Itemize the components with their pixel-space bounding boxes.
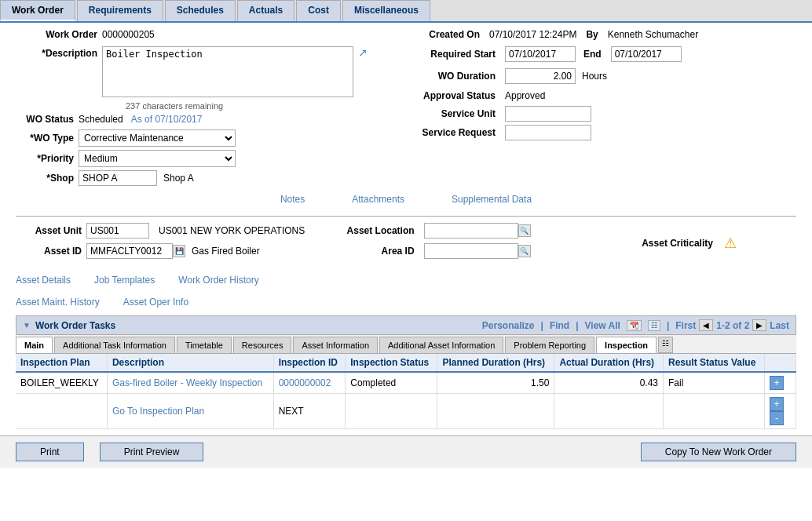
asset-oper-info-link[interactable]: Asset Oper Info [123, 297, 188, 308]
next-cell: NEXT [273, 394, 346, 429]
asset-location-search-icon[interactable]: 🔍 [518, 224, 531, 237]
asset-id-icon[interactable]: 💾 [173, 245, 185, 257]
section-toggle-icon[interactable]: ▼ [23, 321, 31, 330]
tab-requirements[interactable]: Requirements [77, 0, 163, 21]
shop-input[interactable] [79, 170, 157, 186]
result-status-cell2 [664, 394, 765, 429]
next-page-btn[interactable]: ▶ [752, 319, 766, 331]
supplemental-data-link[interactable]: Supplemental Data [452, 194, 532, 205]
task-tab-additional-task[interactable]: Additional Task Information [54, 337, 175, 353]
status-cell: Completed [346, 372, 437, 394]
planned-duration-cell2 [437, 394, 554, 429]
job-templates-link[interactable]: Job Templates [94, 275, 155, 286]
hours-label: Hours [582, 71, 607, 82]
go-to-inspection-link[interactable]: Go To Inspection Plan [112, 406, 204, 417]
col-inspection-id: Inspection ID [273, 354, 346, 372]
task-tabs: Main Additional Task Information Timetab… [16, 335, 796, 354]
asset-criticality-label: Asset Criticality [642, 238, 718, 249]
wo-type-select[interactable]: Corrective Maintenance [79, 129, 236, 147]
task-tab-main[interactable]: Main [16, 337, 53, 353]
required-start-input[interactable] [505, 46, 576, 62]
tasks-section-title: Work Order Tasks [35, 320, 115, 331]
attachments-link[interactable]: Attachments [352, 194, 404, 205]
separator1: | [541, 320, 543, 331]
by-value: Kenneth Schumacher [608, 29, 698, 40]
col-planned-duration: Planned Duration (Hrs) [437, 354, 554, 372]
personalize-link[interactable]: Personalize [482, 320, 535, 331]
prev-page-btn[interactable]: ◀ [699, 319, 713, 331]
print-preview-button[interactable]: Print Preview [100, 443, 204, 461]
wo-duration-label: WO Duration [406, 71, 500, 82]
tab-bar: Work Order Requirements Schedules Actual… [0, 0, 812, 23]
col-status: Inspection Status [346, 354, 437, 372]
col-description: Description [107, 354, 273, 372]
inspection-plan-cell: BOILER_WEEKLY [16, 372, 107, 394]
area-id-search-icon[interactable]: 🔍 [518, 245, 531, 257]
task-tab-problem-reporting[interactable]: Problem Reporting [505, 337, 594, 353]
end-input[interactable] [611, 46, 682, 62]
work-order-history-link[interactable]: Work Order History [178, 275, 258, 286]
tab-work-order[interactable]: Work Order [0, 0, 75, 21]
asset-details-link[interactable]: Asset Details [16, 275, 71, 286]
asset-unit-name: US001 NEW YORK OPERATIONS [159, 225, 305, 236]
actual-duration-cell: 0.43 [554, 372, 664, 394]
asset-unit-label: Asset Unit [16, 225, 86, 236]
copy-to-new-work-order-button[interactable]: Copy To New Work Order [641, 443, 796, 461]
add-row-btn2[interactable]: + [770, 397, 784, 411]
last-label: Last [770, 320, 789, 331]
grid-view-icon[interactable]: ☷ [648, 320, 660, 331]
created-on-label: Created On [406, 29, 485, 40]
service-unit-input[interactable] [505, 106, 591, 122]
description-wrapper: ↗ [102, 46, 353, 100]
task-tab-asset-info[interactable]: Asset Information [293, 337, 378, 353]
expand-grid-icon[interactable]: 📆 [627, 320, 642, 331]
area-id-input[interactable] [424, 243, 518, 259]
del-row-btn[interactable]: - [770, 411, 784, 425]
shop-label: *Shop [16, 173, 79, 184]
area-id-label: Area ID [325, 246, 419, 257]
tab-actuals[interactable]: Actuals [237, 0, 294, 21]
inspection-id-link[interactable]: 0000000002 [279, 377, 331, 388]
task-tab-inspection[interactable]: Inspection [596, 337, 657, 353]
required-start-label: Required Start [406, 49, 500, 60]
asset-id-input[interactable] [86, 243, 173, 259]
asset-unit-input[interactable] [86, 223, 149, 239]
task-tab-resources[interactable]: Resources [233, 337, 292, 353]
warning-icon: ⚠ [724, 235, 737, 252]
description-input[interactable] [102, 46, 353, 97]
wo-duration-input[interactable] [505, 68, 576, 84]
task-tab-icon[interactable]: ☷ [658, 337, 673, 353]
inspection-plan-cell2 [16, 394, 107, 429]
task-tab-additional-asset[interactable]: Additional Asset Information [379, 337, 503, 353]
approval-status-value: Approved [505, 90, 545, 101]
service-request-label: Service Request [406, 127, 500, 138]
as-of-text: As of 07/10/2017 [131, 114, 203, 125]
notes-link[interactable]: Notes [280, 194, 305, 205]
service-unit-label: Service Unit [406, 108, 500, 119]
description-link[interactable]: Gas-fired Boiler - Weekly Inspection [112, 377, 262, 388]
footer: Print Print Preview Copy To New Work Ord… [0, 435, 812, 468]
view-all-link[interactable]: View All [585, 320, 620, 331]
service-request-input[interactable] [505, 125, 591, 140]
separator2: | [576, 320, 578, 331]
wo-type-label: *WO Type [16, 133, 79, 144]
tab-miscellaneous[interactable]: Miscellaneous [342, 0, 430, 21]
tab-schedules[interactable]: Schedules [165, 0, 236, 21]
table-row: BOILER_WEEKLY Gas-fired Boiler - Weekly … [16, 372, 796, 394]
print-button[interactable]: Print [16, 443, 84, 461]
add-row-btn[interactable]: + [770, 376, 784, 390]
expand-icon[interactable]: ↗ [358, 46, 368, 59]
work-order-number: 0000000205 [102, 29, 155, 40]
priority-select[interactable]: Medium [79, 150, 236, 167]
priority-label: *Priority [16, 153, 79, 164]
tab-cost[interactable]: Cost [296, 0, 341, 21]
approval-status-label: Approval Status [406, 90, 500, 101]
asset-maint-history-link[interactable]: Asset Maint. History [16, 297, 100, 308]
asset-location-label: Asset Location [325, 225, 419, 236]
actual-duration-cell2 [554, 394, 664, 429]
wo-status-value: Scheduled [79, 114, 123, 125]
task-tab-timetable[interactable]: Timetable [177, 337, 232, 353]
asset-location-input[interactable] [424, 223, 518, 239]
planned-duration-cell: 1.50 [437, 372, 554, 394]
find-link[interactable]: Find [550, 320, 569, 331]
